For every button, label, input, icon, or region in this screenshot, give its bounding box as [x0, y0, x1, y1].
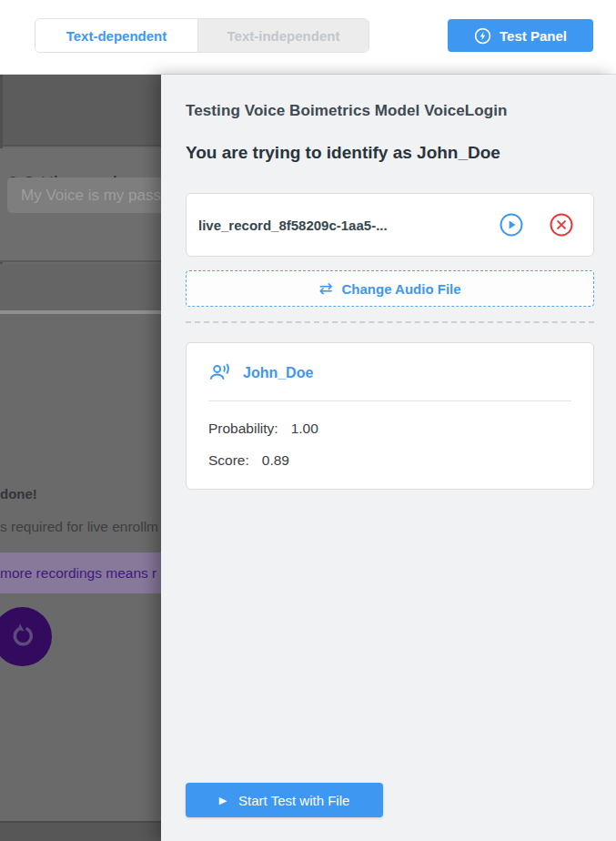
- enrollment-hint-text: s required for live enrollm: [0, 519, 158, 535]
- probability-row: Probability: 1.00: [208, 420, 571, 437]
- probability-value: 1.00: [291, 420, 318, 437]
- refresh-button[interactable]: [0, 607, 52, 666]
- tab-text-independent[interactable]: Text-independent: [197, 19, 369, 52]
- change-audio-file-button[interactable]: ⇄ Change Audio File: [186, 270, 594, 307]
- test-panel-drawer: Testing Voice Boimetrics Model VoiceLogi…: [161, 75, 616, 841]
- play-circle-icon: [500, 213, 523, 237]
- identification-result-card: John_Doe Probability: 1.00 Score: 0.89: [186, 342, 594, 490]
- drawer-content: Testing Voice Boimetrics Model VoiceLogi…: [161, 75, 616, 841]
- start-test-button[interactable]: ▶ Start Test with File: [186, 783, 383, 817]
- refresh-icon: [7, 620, 38, 654]
- tab-text-dependent[interactable]: Text-dependent: [35, 19, 197, 52]
- bolt-circle-icon: [474, 27, 491, 45]
- speaker-row: John_Doe: [208, 360, 571, 386]
- play-triangle-icon: ▶: [219, 795, 227, 806]
- audio-file-card: live_record_8f58209c-1aa5-...: [186, 193, 594, 257]
- recordings-highlight-text: more recordings means r: [0, 565, 157, 582]
- speaker-name: John_Doe: [243, 365, 313, 381]
- test-panel-button-label: Test Panel: [500, 28, 567, 44]
- page-root: Text-dependent Text-independent Test Pan…: [0, 0, 616, 841]
- play-audio-button[interactable]: [500, 213, 523, 237]
- done-text: done!: [0, 486, 37, 502]
- test-panel-button[interactable]: Test Panel: [448, 19, 593, 52]
- score-label: Score:: [208, 452, 249, 469]
- x-circle-icon: [550, 213, 573, 237]
- score-row: Score: 0.89: [208, 452, 571, 469]
- change-audio-file-label: Change Audio File: [341, 281, 460, 297]
- mode-tabs: Text-dependent Text-independent: [35, 18, 369, 53]
- recordings-highlight: more recordings means r: [0, 552, 161, 593]
- panel-subtitle: You are trying to identify as John_Doe: [186, 143, 594, 163]
- audio-file-name: live_record_8f58209c-1aa5-...: [198, 218, 500, 233]
- remove-audio-button[interactable]: [550, 213, 573, 237]
- start-test-button-label: Start Test with File: [238, 793, 349, 808]
- swap-arrows-icon: ⇄: [318, 280, 332, 297]
- voice-over-icon: [208, 360, 233, 388]
- score-value: 0.89: [262, 452, 289, 469]
- probability-label: Probability:: [208, 420, 278, 437]
- top-header: Text-dependent Text-independent Test Pan…: [0, 0, 616, 75]
- panel-title: Testing Voice Boimetrics Model VoiceLogi…: [186, 75, 594, 120]
- result-divider: [208, 400, 571, 401]
- section-dashed-divider: [186, 321, 594, 323]
